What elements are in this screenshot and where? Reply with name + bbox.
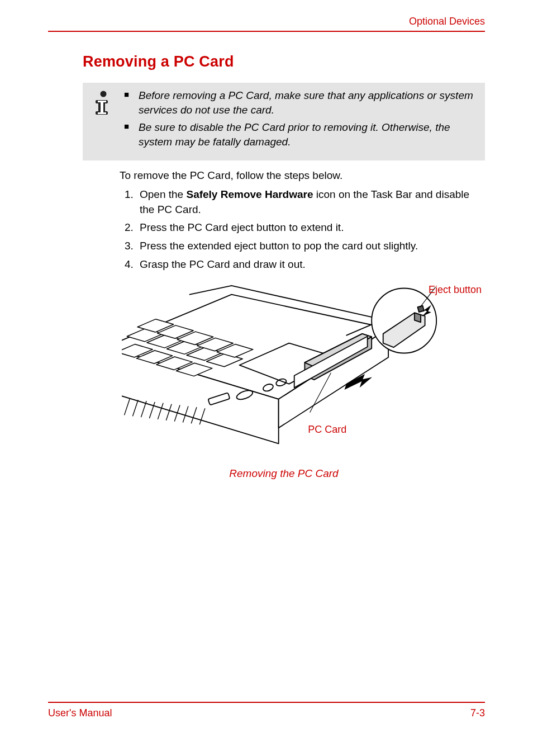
footer-rule <box>48 702 485 703</box>
step-text: Open the <box>140 188 186 200</box>
content-area: Removing a PC Card Before removing a PC … <box>83 53 485 480</box>
step-item: Grasp the PC Card and draw it out. <box>136 257 485 272</box>
info-icon <box>93 91 114 115</box>
step-item: Open the Safely Remove Hardware icon on … <box>136 187 485 217</box>
info-icon-column <box>83 88 124 115</box>
info-list: Before removing a PC Card, make sure tha… <box>124 88 477 153</box>
svg-point-0 <box>101 91 107 97</box>
footer-manual-label: User's Manual <box>48 707 112 719</box>
steps-list: Open the Safely Remove Hardware icon on … <box>120 187 485 272</box>
figure-caption: Removing the PC Card <box>83 467 485 480</box>
figure-container: Eject button <box>83 284 485 480</box>
figure-illustration <box>122 284 446 462</box>
page-footer: User's Manual 7-3 <box>48 702 485 719</box>
section-title: Removing a PC Card <box>83 53 485 70</box>
figure-label-eject: Eject button <box>429 284 482 296</box>
footer-row: User's Manual 7-3 <box>48 707 485 719</box>
info-item: Be sure to disable the PC Card prior to … <box>124 120 477 149</box>
step-item: Press the PC Card eject button to extend… <box>136 220 485 235</box>
info-callout: Before removing a PC Card, make sure tha… <box>83 83 485 160</box>
footer-page-number: 7-3 <box>470 707 485 719</box>
header-section-label: Optional Devices <box>48 16 485 31</box>
page: Optional Devices Removing a PC Card Befo… <box>0 0 533 756</box>
info-item: Before removing a PC Card, make sure tha… <box>124 88 477 117</box>
figure-label-pccard: PC Card <box>308 424 346 436</box>
body-text: To remove the PC Card, follow the steps … <box>120 168 485 272</box>
header-rule <box>48 31 485 32</box>
intro-text: To remove the PC Card, follow the steps … <box>120 168 485 183</box>
step-bold: Safely Remove Hardware <box>186 188 313 200</box>
step-item: Press the extended eject button to pop t… <box>136 239 485 254</box>
